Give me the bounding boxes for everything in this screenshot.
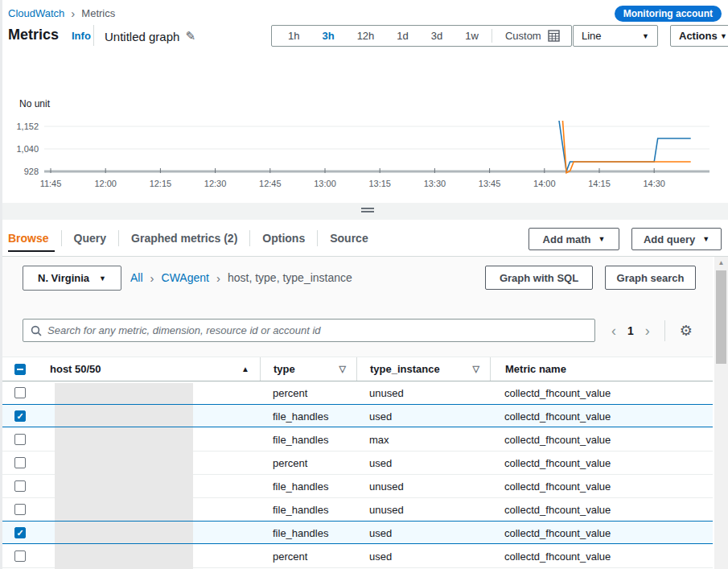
row-checkbox-cell: ✓ [0, 527, 39, 538]
vertical-scrollbar[interactable]: ▲ [714, 257, 728, 569]
path-cwagent-link[interactable]: CWAgent [162, 271, 209, 284]
scrollbar-thumb[interactable] [716, 270, 726, 364]
path-all-link[interactable]: All [130, 271, 143, 284]
tab-options[interactable]: Options [250, 220, 317, 256]
time-range-3d[interactable]: 3d [420, 26, 454, 46]
sort-ascending-icon[interactable]: ▲ [241, 365, 249, 373]
row-checkbox-cell [0, 434, 39, 445]
type-instance-value[interactable]: used [369, 550, 392, 563]
row-checkbox[interactable]: ✓ [14, 527, 26, 538]
row-checkbox[interactable] [14, 434, 26, 445]
chevron-down-icon: ▼ [598, 235, 606, 243]
breadcrumb-chevron-icon: › [150, 272, 154, 284]
metric-name-value[interactable]: collectd_fhcount_value [504, 527, 611, 539]
type-instance-column-header[interactable]: type_instance ▽ [356, 357, 490, 381]
metric-name-value[interactable]: collectd_fhcount_value [504, 410, 611, 423]
chevron-down-icon: ▼ [642, 32, 649, 40]
region-dropdown[interactable]: N. Virginia ▼ [23, 266, 121, 291]
row-checkbox[interactable] [14, 387, 26, 398]
type-column-header[interactable]: type ▽ [260, 357, 356, 381]
row-checkbox[interactable]: ✓ [14, 410, 26, 422]
type-value[interactable]: percent [273, 457, 307, 469]
add-math-button[interactable]: Add math ▼ [529, 228, 619, 250]
graph-title: Untitled graph ✎ [105, 29, 195, 43]
metric-name-value[interactable]: collectd_fhcount_value [504, 434, 611, 446]
panel-resize-splitter[interactable] [0, 203, 728, 220]
graph-with-sql-button[interactable]: Graph with SQL [485, 266, 593, 290]
tab-browse[interactable]: Browse [8, 220, 61, 256]
pagination: ‹ 1 › ⚙ [611, 319, 693, 342]
row-checkbox-cell [0, 480, 39, 492]
type-value[interactable]: file_handles [273, 504, 328, 516]
type-value[interactable]: percent [273, 550, 307, 563]
chart-type-dropdown[interactable]: Line ▼ [573, 25, 658, 47]
time-range-custom[interactable]: Custom [494, 26, 553, 46]
type-value[interactable]: file_handles [273, 480, 328, 493]
splitter-grip-icon[interactable] [361, 208, 374, 214]
type-cell: file_handles [260, 410, 356, 423]
row-checkbox[interactable] [14, 550, 26, 562]
type-instance-value[interactable]: used [369, 527, 392, 539]
info-link[interactable]: Info [72, 30, 91, 42]
prev-page-icon[interactable]: ‹ [611, 324, 616, 338]
type-instance-value[interactable]: unused [369, 480, 404, 493]
type-instance-value[interactable]: unused [369, 387, 404, 399]
metrics-chart: No unit1,1521,04092811:4512:0012:1512:30… [0, 47, 712, 203]
add-query-button[interactable]: Add query ▼ [631, 228, 722, 250]
metric-name-value[interactable]: collectd_fhcount_value [504, 504, 611, 516]
calendar-icon[interactable] [548, 30, 560, 42]
time-range-12h[interactable]: 12h [346, 26, 386, 46]
title-divider [93, 25, 94, 46]
tab-graphed-metrics-2[interactable]: Graphed metrics (2) [119, 220, 249, 256]
svg-text:14:00: 14:00 [533, 179, 556, 188]
add-math-label: Add math [543, 233, 591, 245]
type-instance-value[interactable]: used [369, 410, 392, 423]
time-range-divider [492, 29, 492, 43]
metric-name-column-header[interactable]: Metric name [490, 357, 713, 381]
metric-name-value[interactable]: collectd_fhcount_value [504, 457, 611, 469]
tab-source[interactable]: Source [318, 220, 380, 256]
edit-pencil-icon[interactable]: ✎ [185, 29, 195, 43]
metric-name-value[interactable]: collectd_fhcount_value [504, 387, 611, 399]
select-all-checkbox[interactable] [14, 364, 26, 375]
time-range-1w[interactable]: 1w [454, 26, 490, 46]
time-range-1d[interactable]: 1d [385, 26, 419, 46]
scroll-up-icon[interactable]: ▲ [714, 259, 728, 266]
metric-name-value[interactable]: collectd_fhcount_value [504, 550, 611, 563]
table-header-row: host 50/50 ▲ type ▽ type_instance ▽ Metr… [0, 357, 713, 381]
filter-icon[interactable]: ▽ [339, 364, 346, 374]
type-cell: file_handles [260, 504, 356, 516]
type-value[interactable]: file_handles [273, 527, 328, 539]
host-column-header[interactable]: host 50/50 ▲ [39, 357, 260, 381]
type-instance-value[interactable]: used [369, 457, 392, 469]
metric-name-cell: collectd_fhcount_value [490, 480, 713, 493]
row-checkbox[interactable] [14, 480, 26, 492]
time-range-3h[interactable]: 3h [311, 26, 345, 46]
next-page-icon[interactable]: › [645, 324, 650, 338]
tab-query[interactable]: Query [62, 220, 118, 256]
current-page[interactable]: 1 [627, 324, 634, 337]
type-value[interactable]: file_handles [273, 434, 328, 446]
host-column-label: host 50/50 [50, 363, 101, 375]
gear-icon[interactable]: ⚙ [680, 322, 693, 340]
time-range-1h[interactable]: 1h [277, 26, 311, 46]
svg-text:14:15: 14:15 [588, 179, 611, 188]
chart-unit-label: No unit [19, 98, 51, 109]
type-value[interactable]: file_handles [273, 410, 328, 423]
breadcrumb-cloudwatch-link[interactable]: CloudWatch [8, 7, 64, 19]
row-checkbox[interactable] [14, 504, 26, 515]
type-instance-cell: used [356, 410, 490, 423]
metric-name-value[interactable]: collectd_fhcount_value [504, 480, 611, 493]
row-checkbox[interactable] [14, 457, 26, 468]
type-instance-value[interactable]: max [369, 434, 389, 446]
type-value[interactable]: percent [273, 387, 307, 399]
graph-search-button[interactable]: Graph search [605, 266, 696, 290]
time-range-selector: 1h3h12h1d3d1wCustom [271, 25, 572, 47]
type-cell: percent [260, 550, 356, 563]
actions-dropdown[interactable]: Actions ▼ [670, 25, 728, 47]
row-checkbox-cell [0, 387, 39, 398]
type-instance-value[interactable]: unused [369, 504, 404, 516]
metric-search-input[interactable] [47, 324, 587, 336]
svg-text:12:00: 12:00 [94, 179, 117, 188]
filter-icon[interactable]: ▽ [473, 364, 479, 374]
